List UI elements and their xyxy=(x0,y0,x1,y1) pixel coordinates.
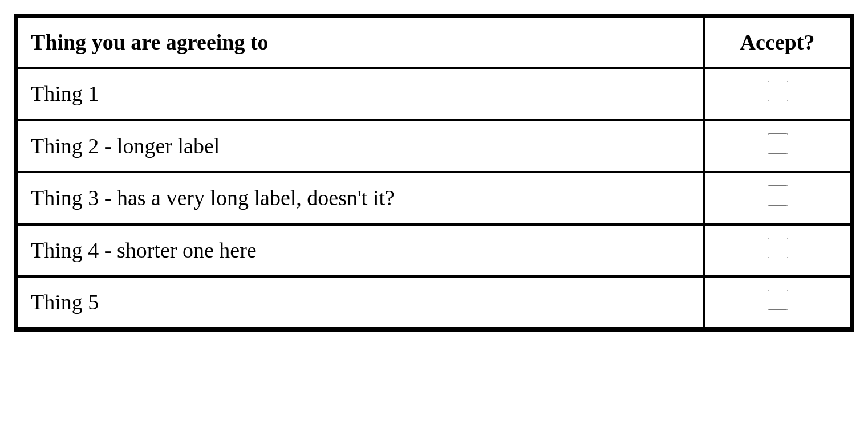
table-row: Thing 3 - has a very long label, doesn't… xyxy=(16,172,852,224)
table-row: Thing 5 xyxy=(16,276,852,329)
thing-label: Thing 3 - has a very long label, doesn't… xyxy=(16,172,704,224)
accept-cell xyxy=(704,120,852,172)
accept-cell xyxy=(704,68,852,120)
accept-checkbox[interactable] xyxy=(768,238,788,258)
table-row: Thing 1 xyxy=(16,68,852,120)
accept-checkbox[interactable] xyxy=(768,81,788,101)
column-header-thing: Thing you are agreeing to xyxy=(16,16,704,68)
thing-label: Thing 5 xyxy=(16,276,704,329)
thing-label: Thing 4 - shorter one here xyxy=(16,225,704,276)
accept-cell xyxy=(704,276,852,329)
thing-label: Thing 1 xyxy=(16,68,704,120)
accept-cell xyxy=(704,172,852,224)
accept-cell xyxy=(704,225,852,276)
accept-checkbox[interactable] xyxy=(768,185,788,206)
column-header-accept: Accept? xyxy=(704,16,852,68)
accept-checkbox[interactable] xyxy=(768,133,788,154)
accept-checkbox[interactable] xyxy=(768,290,788,310)
thing-label: Thing 2 - longer label xyxy=(16,120,704,172)
agreement-table: Thing you are agreeing to Accept? Thing … xyxy=(14,14,854,332)
table-row: Thing 2 - longer label xyxy=(16,120,852,172)
table-row: Thing 4 - shorter one here xyxy=(16,225,852,276)
table-header-row: Thing you are agreeing to Accept? xyxy=(16,16,852,68)
